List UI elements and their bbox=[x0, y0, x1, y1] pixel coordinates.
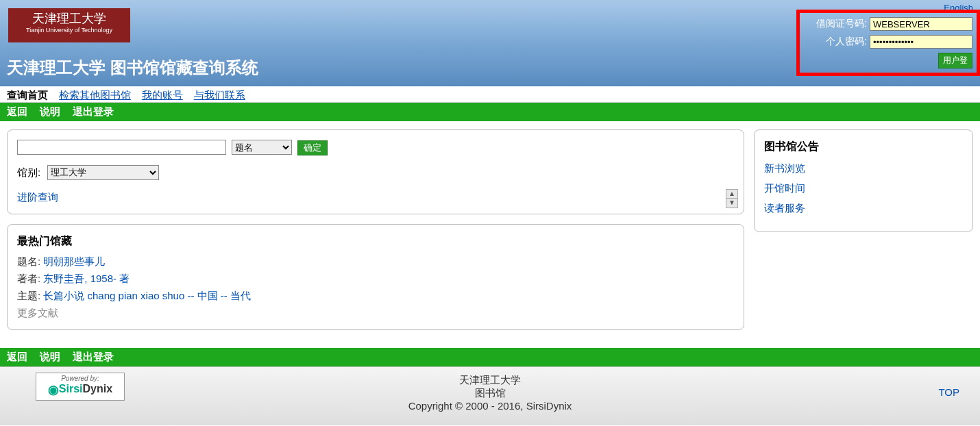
back-link[interactable]: 返回 bbox=[7, 105, 27, 117]
swirl-icon: ◉ bbox=[48, 383, 59, 397]
footer-university: 天津理工大学 bbox=[14, 374, 966, 387]
login-password-label: 个人密码: bbox=[807, 36, 867, 48]
advanced-search-link[interactable]: 进阶查询 bbox=[17, 191, 58, 204]
notice-link-hours[interactable]: 开馆时间 bbox=[764, 182, 963, 195]
scroll-up-icon[interactable]: ▲ bbox=[726, 189, 738, 199]
nav-tabs: 查询首页 检索其他图书馆 我的账号 与我们联系 bbox=[0, 86, 980, 103]
logout-link-bottom[interactable]: 退出登录 bbox=[73, 351, 114, 362]
help-link-bottom[interactable]: 说明 bbox=[40, 351, 60, 362]
library-filter-label: 馆别: bbox=[17, 166, 40, 177]
notice-title: 图书馆公告 bbox=[764, 140, 963, 154]
hot-collection-title: 最热门馆藏 bbox=[17, 234, 734, 249]
more-documents[interactable]: 更多文献 bbox=[17, 307, 734, 320]
help-link[interactable]: 说明 bbox=[40, 105, 60, 117]
scroll-widget: ▲ ▼ bbox=[726, 189, 738, 208]
footer-library: 图书馆 bbox=[14, 387, 966, 400]
login-password-input[interactable] bbox=[870, 35, 972, 49]
footer-copyright: Copyright © 2000 - 2016, SirsiDynix bbox=[14, 400, 966, 412]
action-bar-bottom: 返回 说明 退出登录 bbox=[0, 348, 980, 366]
header-banner: English 天津理工大学 Tianjin University of Tec… bbox=[0, 0, 980, 86]
search-panel: 题名 确定 馆别: 理工大学 进阶查询 ▲ ▼ bbox=[7, 129, 744, 214]
powered-by-label: Powered by: bbox=[42, 375, 119, 382]
notice-link-services[interactable]: 读者服务 bbox=[764, 202, 963, 215]
notice-link-newbooks[interactable]: 新书浏览 bbox=[764, 162, 963, 175]
search-field-select[interactable]: 题名 bbox=[232, 140, 292, 155]
search-input[interactable] bbox=[17, 140, 226, 155]
library-filter-select[interactable]: 理工大学 bbox=[47, 165, 159, 180]
hot-link-subject[interactable]: 长篇小说 chang pian xiao shuo -- 中国 -- 当代 bbox=[43, 290, 251, 301]
logo-text: 天津理工大学 bbox=[32, 12, 106, 25]
site-title: 天津理工大学 图书馆馆藏查询系统 bbox=[7, 57, 258, 79]
hot-row-author: 著者: 东野圭吾, 1958- 著 bbox=[17, 273, 734, 286]
logout-link[interactable]: 退出登录 bbox=[73, 105, 114, 117]
hot-link-author[interactable]: 东野圭吾, 1958- 著 bbox=[43, 273, 130, 284]
login-button[interactable]: 用户登 bbox=[938, 53, 972, 68]
hot-link-title[interactable]: 明朝那些事儿 bbox=[43, 255, 105, 267]
hot-row-title: 题名: 明朝那些事儿 bbox=[17, 255, 734, 268]
login-form-highlight: 借阅证号码: 个人密码: 用户登 bbox=[796, 10, 980, 76]
back-to-top-link[interactable]: TOP bbox=[938, 386, 959, 398]
university-logo: 天津理工大学 Tianjin University of Technology bbox=[8, 8, 130, 42]
hot-label: 题名: bbox=[17, 255, 40, 267]
hot-label: 著者: bbox=[17, 273, 40, 284]
hot-row-subject: 主题: 长篇小说 chang pian xiao shuo -- 中国 -- 当… bbox=[17, 290, 734, 303]
logo-subtitle: Tianjin University of Technology bbox=[8, 27, 130, 34]
tab-contact[interactable]: 与我们联系 bbox=[194, 89, 245, 101]
footer: Powered by: ◉SirsiDynix 天津理工大学 图书馆 Copyr… bbox=[0, 366, 980, 425]
tab-other-libraries[interactable]: 检索其他图书馆 bbox=[59, 89, 131, 101]
powered-by-badge[interactable]: Powered by: ◉SirsiDynix bbox=[36, 373, 125, 401]
action-bar-top: 返回 说明 退出登录 bbox=[0, 103, 980, 121]
hot-collection-panel: 最热门馆藏 题名: 明朝那些事儿 著者: 东野圭吾, 1958- 著 主题: 长… bbox=[7, 224, 744, 330]
hot-label: 主题: bbox=[17, 290, 40, 301]
notice-panel: 图书馆公告 新书浏览 开馆时间 读者服务 bbox=[754, 129, 973, 232]
search-confirm-button[interactable]: 确定 bbox=[297, 140, 328, 155]
login-id-input[interactable] bbox=[870, 17, 972, 31]
tab-home[interactable]: 查询首页 bbox=[7, 89, 48, 101]
tab-my-account[interactable]: 我的账号 bbox=[142, 89, 183, 101]
back-link-bottom[interactable]: 返回 bbox=[7, 351, 27, 362]
scroll-down-icon[interactable]: ▼ bbox=[726, 199, 738, 208]
login-id-label: 借阅证号码: bbox=[807, 18, 867, 30]
sirsidynix-logo: ◉SirsiDynix bbox=[42, 382, 119, 397]
